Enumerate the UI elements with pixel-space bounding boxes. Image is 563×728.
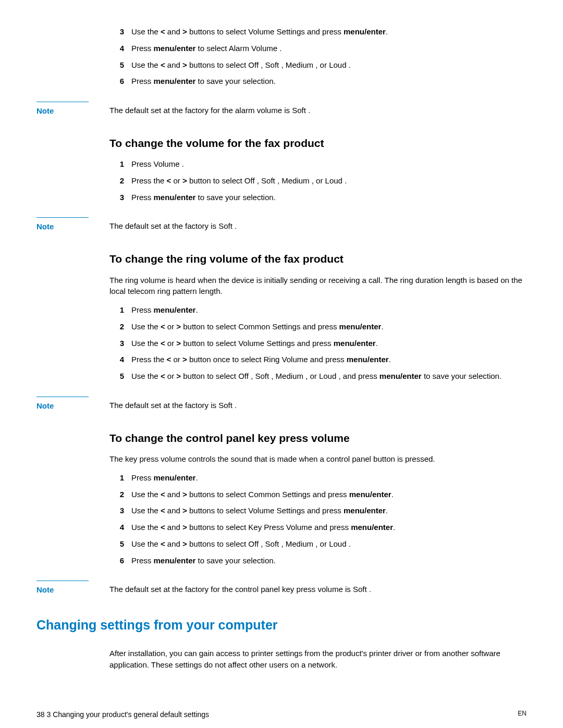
- step-text: Press menu/enter to save your selection.: [131, 192, 527, 203]
- step-text: Use the < and > buttons to select Key Pr…: [131, 522, 527, 533]
- step-item: 3Press menu/enter to save your selection…: [109, 192, 527, 203]
- step-text: Press menu/enter to save your selection.: [131, 555, 527, 566]
- step-number: 3: [109, 26, 131, 38]
- step-item: 1Press menu/enter.: [109, 304, 527, 316]
- note-label: Note: [36, 217, 89, 232]
- step-number: 4: [109, 354, 131, 365]
- note-label: Note: [36, 581, 89, 596]
- step-text: Use the < and > buttons to select Common…: [131, 489, 527, 500]
- step-number: 1: [109, 304, 131, 316]
- step-list-fax: 1Press Volume .2Press the < or > button …: [109, 158, 527, 203]
- step-item: 2Use the < or > button to select Common …: [109, 321, 527, 332]
- step-item: 1Press Volume .: [109, 158, 527, 170]
- step-number: 4: [109, 522, 131, 533]
- step-item: 3Use the < and > buttons to select Volum…: [109, 505, 527, 516]
- step-text: Use the < and > buttons to select Volume…: [131, 505, 527, 516]
- heading-key-volume: To change the control panel key press vo…: [109, 430, 527, 446]
- step-item: 2Press the < or > button to select Off ,…: [109, 175, 527, 187]
- step-number: 3: [109, 192, 131, 203]
- step-item: 4Press the < or > button once to select …: [109, 354, 527, 365]
- step-text: Press menu/enter to save your selection.: [131, 76, 527, 87]
- step-text: Press menu/enter.: [131, 304, 527, 316]
- step-item: 4Press menu/enter to select Alarm Volume…: [109, 43, 527, 54]
- step-text: Use the < and > buttons to select Volume…: [131, 26, 527, 38]
- step-list-ring: 1Press menu/enter.2Use the < or > button…: [109, 304, 527, 382]
- step-number: 2: [109, 175, 131, 187]
- ring-intro: The ring volume is heard when the device…: [109, 275, 527, 298]
- step-number: 6: [109, 76, 131, 87]
- step-item: 4Use the < and > buttons to select Key P…: [109, 522, 527, 533]
- step-text: Press menu/enter.: [131, 472, 527, 484]
- step-number: 5: [109, 59, 131, 71]
- step-item: 5Use the < and > buttons to select Off ,…: [109, 59, 527, 71]
- step-item: 1Press menu/enter.: [109, 472, 527, 484]
- step-number: 2: [109, 489, 131, 500]
- step-text: Use the < or > button to select Common S…: [131, 321, 527, 332]
- key-intro: The key press volume controls the sound …: [109, 453, 527, 465]
- step-item: 5Use the < and > buttons to select Off ,…: [109, 538, 527, 550]
- section-heading: Changing settings from your computer: [36, 615, 527, 634]
- step-number: 5: [109, 371, 131, 382]
- step-item: 6Press menu/enter to save your selection…: [109, 555, 527, 566]
- step-number: 4: [109, 43, 131, 54]
- footer-left: 38 3 Changing your product's general def…: [36, 709, 209, 720]
- step-text: Use the < and > buttons to select Off , …: [131, 538, 527, 550]
- step-text: Press the < or > button once to select R…: [131, 354, 527, 365]
- step-text: Use the < or > button to select Volume S…: [131, 338, 527, 349]
- step-item: 3Use the < and > buttons to select Volum…: [109, 26, 527, 38]
- heading-fax-volume: To change the volume for the fax product: [109, 135, 527, 151]
- step-item: 2Use the < and > buttons to select Commo…: [109, 489, 527, 500]
- note-text: The default set at the factory for the c…: [109, 581, 527, 595]
- step-number: 2: [109, 321, 131, 332]
- heading-ring-volume: To change the ring volume of the fax pro…: [109, 251, 527, 267]
- step-list-key: 1Press menu/enter.2Use the < and > butto…: [109, 472, 527, 566]
- step-item: 6Press menu/enter to save your selection…: [109, 76, 527, 87]
- section-intro: After installation, you can gain access …: [109, 648, 527, 671]
- step-number: 3: [109, 505, 131, 516]
- step-text: Press Volume .: [131, 158, 527, 170]
- note-label: Note: [36, 102, 89, 117]
- step-number: 6: [109, 555, 131, 566]
- step-number: 5: [109, 538, 131, 550]
- footer-right: EN: [518, 709, 527, 720]
- step-number: 1: [109, 472, 131, 484]
- step-item: 5Use the < or > button to select Off , S…: [109, 371, 527, 382]
- note-text: The default set at the factory is Soft .: [109, 397, 527, 411]
- step-text: Use the < and > buttons to select Off , …: [131, 59, 527, 71]
- step-number: 3: [109, 338, 131, 349]
- step-text: Press the < or > button to select Off , …: [131, 175, 527, 187]
- step-text: Use the < or > button to select Off , So…: [131, 371, 527, 382]
- note-text: The default set at the factory for the a…: [109, 102, 527, 116]
- step-list-top: 3Use the < and > buttons to select Volum…: [109, 26, 527, 87]
- step-text: Press menu/enter to select Alarm Volume …: [131, 43, 527, 54]
- note-text: The default set at the factory is Soft .: [109, 217, 527, 232]
- step-number: 1: [109, 158, 131, 170]
- step-item: 3Use the < or > button to select Volume …: [109, 338, 527, 349]
- note-label: Note: [36, 397, 89, 412]
